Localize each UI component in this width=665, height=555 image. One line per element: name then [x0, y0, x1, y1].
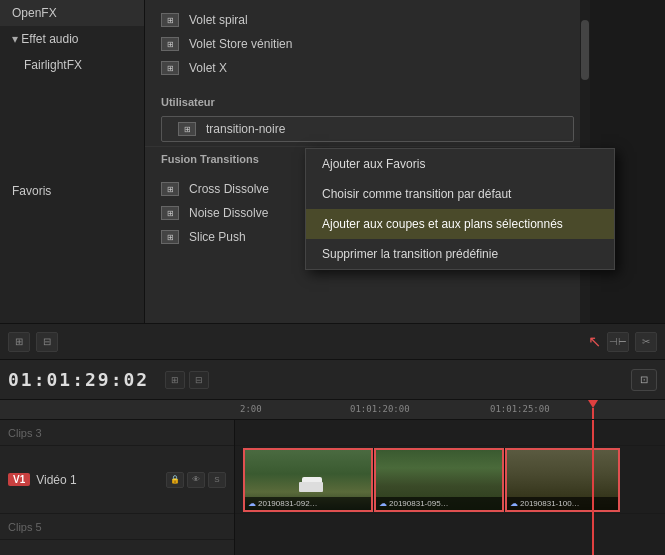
effect-volet-spiral[interactable]: ⊞ Volet spiral — [145, 8, 590, 32]
video-clip-3[interactable]: ☁ 20190831-100… — [505, 448, 620, 512]
effect-icon: ⊞ — [161, 61, 179, 75]
track-area: Clips 3 V1 Vidéo 1 🔒 👁 S Clips 5 — [0, 420, 665, 555]
playhead-line — [592, 408, 594, 420]
trim-tool[interactable]: ⊣⊢ — [607, 332, 629, 352]
user-section-label: Utilisateur — [145, 88, 590, 112]
effect-icon: ⊞ — [178, 122, 196, 136]
sidebar-item-openfx[interactable]: OpenFX — [0, 0, 144, 26]
sidebar-item-fairlightfx[interactable]: FairlightFX — [0, 52, 144, 78]
timeline-ruler: 2:00 01:01:20:00 01:01:25:00 — [0, 400, 665, 420]
sidebar: OpenFX Effet audio FairlightFX Favoris — [0, 0, 145, 360]
timeline-header: 01:01:29:02 ⊞ ⊟ ⊡ — [0, 360, 665, 400]
timeline: 01:01:29:02 ⊞ ⊟ ⊡ 2:00 01:01:20:00 01:01… — [0, 360, 665, 555]
user-transition-item[interactable]: ⊞ transition-noire — [161, 116, 574, 142]
clips-area: ☁ 20190831-092… ☁ 20190831-095… — [235, 420, 665, 555]
context-menu-item-favoris[interactable]: Ajouter aux Favoris — [306, 149, 614, 179]
effect-icon: ⊞ — [161, 13, 179, 27]
effects-list-top: ⊞ Volet spiral ⊞ Volet Store vénitien ⊞ … — [145, 0, 590, 88]
clips-3-row — [235, 420, 665, 446]
effect-icon: ⊞ — [161, 37, 179, 51]
timeline-icon-1[interactable]: ⊞ — [8, 332, 30, 352]
effect-volet-store[interactable]: ⊞ Volet Store vénitien — [145, 32, 590, 56]
v1-badge: V1 — [8, 473, 30, 486]
sidebar-item-favoris[interactable]: Favoris — [0, 178, 144, 204]
video-clips-row: ☁ 20190831-092… ☁ 20190831-095… — [235, 446, 665, 514]
timeline-icon-2[interactable]: ⊟ — [36, 332, 58, 352]
effect-volet-x[interactable]: ⊞ Volet X — [145, 56, 590, 80]
clip-1-label: ☁ 20190831-092… — [245, 497, 371, 510]
clip-2-label: ☁ 20190831-095… — [376, 497, 502, 510]
cursor-tool[interactable]: ↖ — [588, 332, 601, 351]
playhead-vertical — [592, 420, 594, 555]
track-eye-btn[interactable]: 👁 — [187, 472, 205, 488]
clip-3-label: ☁ 20190831-100… — [507, 497, 618, 510]
track-labels: Clips 3 V1 Vidéo 1 🔒 👁 S Clips 5 — [0, 420, 235, 555]
ruler-mark-1: 2:00 — [240, 404, 262, 414]
clips-5-row — [235, 514, 665, 540]
fit-to-window[interactable]: ⊡ — [631, 369, 657, 391]
timeline-tool-2[interactable]: ⊟ — [189, 371, 209, 389]
playback-toolbar: ⊞ ⊟ ↖ ⊣⊢ ✂ — [0, 323, 665, 360]
context-menu-item-add-cuts[interactable]: Ajouter aux coupes et aux plans sélectio… — [306, 209, 614, 239]
context-menu-item-remove[interactable]: Supprimer la transition prédéfinie — [306, 239, 614, 269]
video-clip-2[interactable]: ☁ 20190831-095… — [374, 448, 504, 512]
clips-5-label: Clips 5 — [0, 514, 234, 540]
track-solo-btn[interactable]: S — [208, 472, 226, 488]
effect-icon: ⊞ — [161, 182, 179, 196]
effect-icon: ⊞ — [161, 206, 179, 220]
ruler-mark-2: 01:01:20:00 — [350, 404, 410, 414]
ruler-mark-3: 01:01:25:00 — [490, 404, 550, 414]
blade-tool[interactable]: ✂ — [635, 332, 657, 352]
scrollbar-thumb[interactable] — [581, 20, 589, 80]
sidebar-item-effet-audio[interactable]: Effet audio — [0, 26, 144, 52]
timeline-tool-1[interactable]: ⊞ — [165, 371, 185, 389]
clips-3-label: Clips 3 — [0, 420, 234, 446]
context-menu: Ajouter aux Favoris Choisir comme transi… — [305, 148, 615, 270]
user-section: ⊞ transition-noire — [145, 112, 590, 146]
track-lock-btn[interactable]: 🔒 — [166, 472, 184, 488]
context-menu-item-default[interactable]: Choisir comme transition par défaut — [306, 179, 614, 209]
effect-icon: ⊞ — [161, 230, 179, 244]
video-clip-1[interactable]: ☁ 20190831-092… — [243, 448, 373, 512]
playhead-triangle — [588, 400, 598, 408]
timecode: 01:01:29:02 — [8, 369, 149, 390]
video-1-track-label: V1 Vidéo 1 🔒 👁 S — [0, 446, 234, 514]
